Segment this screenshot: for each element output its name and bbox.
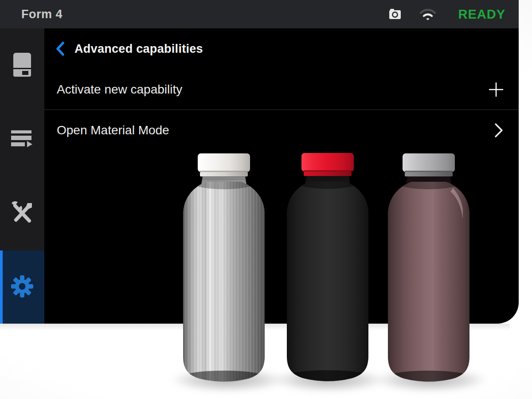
menu-row-open-material-mode[interactable]: Open Material Mode <box>44 110 519 150</box>
cartridge-icon <box>12 53 32 78</box>
sidebar-item-print-queue[interactable] <box>0 102 44 176</box>
camera-icon[interactable] <box>389 9 401 20</box>
page-title: Advanced capabilities <box>74 42 203 56</box>
top-status-bar: Form 4 READY <box>0 0 519 28</box>
menu-row-activate-capability[interactable]: Activate new capability <box>44 69 519 110</box>
chevron-right-icon[interactable] <box>494 122 504 138</box>
gear-icon <box>11 275 34 300</box>
tools-icon <box>11 201 34 226</box>
black-bottle-image <box>286 152 370 385</box>
silver-bottle-image <box>182 153 266 385</box>
sidebar-item-maintenance[interactable] <box>0 176 44 250</box>
sidebar-item-materials[interactable] <box>0 28 44 102</box>
back-button[interactable] <box>56 42 65 56</box>
mauve-bottle-image <box>387 153 471 385</box>
status-badge: READY <box>458 7 505 22</box>
status-icons: READY <box>389 7 505 22</box>
page-header: Advanced capabilities <box>44 28 519 69</box>
active-indicator <box>0 250 3 324</box>
sidebar-nav <box>0 28 44 324</box>
menu-row-label: Activate new capability <box>57 82 182 97</box>
print-queue-icon <box>11 130 33 149</box>
sidebar-item-settings[interactable] <box>0 250 44 324</box>
marketing-canvas: Form 4 READY <box>0 0 532 399</box>
plus-icon[interactable] <box>489 82 504 97</box>
chevron-left-icon <box>56 42 65 56</box>
menu-row-label: Open Material Mode <box>57 123 169 137</box>
printer-name: Form 4 <box>21 8 63 21</box>
wifi-icon[interactable] <box>419 8 437 21</box>
